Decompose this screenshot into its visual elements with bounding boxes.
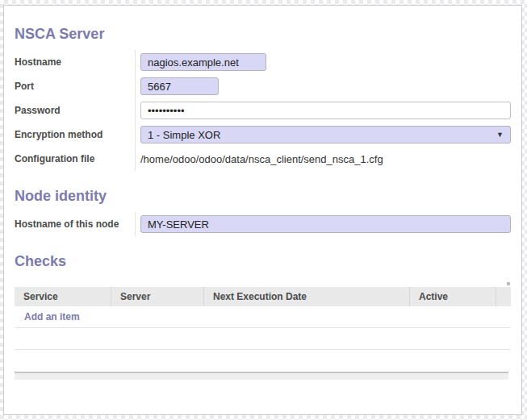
configuration-file-label: Configuration file: [15, 153, 135, 164]
form-row-hostname: Hostname: [15, 50, 511, 74]
hostname-input[interactable]: [140, 53, 266, 71]
encryption-method-selected-value: 1 - Simple XOR: [148, 129, 220, 141]
encryption-method-field-cell: 1 - Simple XOR ▼: [135, 123, 511, 147]
horizontal-scrollbar[interactable]: [15, 372, 508, 380]
add-item-row: Add an item: [15, 306, 511, 328]
node-hostname-input[interactable]: [140, 215, 511, 233]
password-field-cell: [135, 98, 511, 123]
column-header-active[interactable]: Active: [410, 287, 496, 306]
node-hostname-field-cell: [135, 212, 511, 236]
encryption-method-label: Encryption method: [15, 129, 135, 140]
port-field-cell: [135, 74, 511, 98]
form-row-configuration-file: Configuration file /home/odoo/odoo/data/…: [15, 147, 511, 171]
hostname-field-cell: [135, 50, 511, 74]
checks-table: Service Server Next Execution Date Activ…: [15, 287, 511, 350]
section-title-checks: Checks: [15, 253, 511, 269]
column-header-service[interactable]: Service: [15, 287, 111, 306]
column-header-spacer: [496, 287, 511, 306]
hostname-label: Hostname: [15, 56, 135, 68]
node-identity-form: Hostname of this node: [15, 212, 511, 236]
node-hostname-label: Hostname of this node: [15, 218, 135, 230]
resize-grip-icon: [507, 282, 510, 285]
port-label: Port: [15, 81, 135, 92]
column-header-server[interactable]: Server: [111, 287, 204, 306]
port-input[interactable]: [140, 77, 219, 95]
configuration-file-value: /home/odoo/odoo/data/nsca_client/send_ns…: [140, 153, 383, 165]
nsca-server-form: Hostname Port Password Encryption method…: [15, 50, 511, 171]
encryption-method-select[interactable]: 1 - Simple XOR ▼: [140, 126, 511, 143]
configuration-file-field-cell: /home/odoo/odoo/data/nsca_client/send_ns…: [135, 147, 511, 171]
form-row-encryption-method: Encryption method 1 - Simple XOR ▼: [15, 123, 511, 147]
column-header-next-execution-date[interactable]: Next Execution Date: [204, 287, 410, 306]
add-an-item-link[interactable]: Add an item: [24, 311, 80, 322]
checks-table-header: Service Server Next Execution Date Activ…: [15, 287, 511, 306]
password-input[interactable]: [140, 102, 511, 119]
section-title-node-identity: Node identity: [15, 188, 511, 204]
empty-table-row: [15, 328, 511, 350]
section-title-nsca-server: NSCA Server: [15, 26, 511, 42]
password-label: Password: [15, 105, 135, 116]
form-row-password: Password: [15, 98, 511, 123]
chevron-down-icon: ▼: [496, 131, 504, 139]
form-row-node-hostname: Hostname of this node: [15, 212, 511, 236]
form-row-port: Port: [15, 74, 511, 98]
form-panel: NSCA Server Hostname Port Password Encry…: [3, 5, 522, 415]
